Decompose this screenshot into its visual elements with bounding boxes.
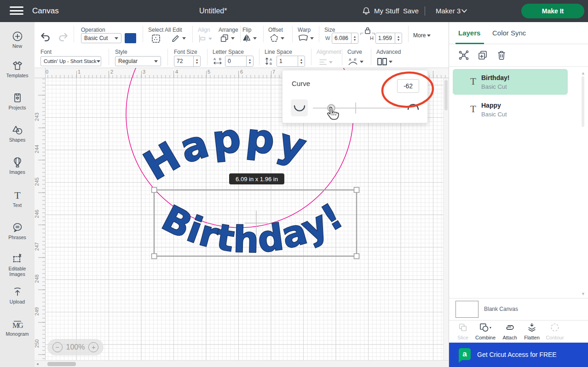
notifications-bell-icon[interactable] (361, 6, 371, 16)
width-input[interactable]: 6.086 ▴▾ (332, 33, 358, 44)
sidebar-item-shapes[interactable]: Shapes (0, 124, 35, 143)
shapes-icon (12, 124, 23, 136)
make-it-button[interactable]: Make It (521, 4, 584, 18)
layer-row-happy[interactable]: T Happy Basic Cut (453, 97, 568, 122)
toolbar-divider (259, 49, 259, 65)
cricut-access-banner[interactable]: a Get Cricut Access for FREE (449, 343, 588, 367)
trash-icon[interactable] (496, 50, 507, 61)
width-stepper[interactable]: ▴▾ (351, 33, 358, 43)
toolbar-divider (192, 26, 193, 42)
sidebar-item-editable-images[interactable]: Editable Images (0, 253, 35, 277)
advanced-button[interactable] (376, 57, 392, 66)
my-stuff-link[interactable]: My Stuff (374, 7, 399, 15)
warp-label: Warp (298, 27, 311, 33)
toolbar-divider (311, 49, 311, 65)
sidebar-item-upload[interactable]: Upload (0, 286, 35, 304)
panel-tabs: Layers Color Sync (449, 22, 588, 44)
chevron-down-icon[interactable] (461, 9, 467, 13)
sidebar-item-monogram[interactable]: MG Monogram (0, 318, 35, 337)
svg-text:B: B (270, 62, 272, 66)
line-space-stepper[interactable]: ▴▾ (298, 56, 305, 66)
selection-handle-top-right[interactable] (354, 188, 359, 193)
project-journal-icon (12, 92, 23, 104)
undo-button[interactable] (40, 31, 52, 43)
layer-row-birthday[interactable]: T Birthday! Basic Cut (453, 69, 568, 95)
panel-scroll-down-arrow[interactable]: ▼ (581, 292, 585, 296)
caret-down-icon (389, 61, 392, 63)
more-button[interactable]: More (413, 32, 431, 39)
toolbar-divider (143, 26, 143, 42)
font-select[interactable]: Cuttin' Up - Short Stack (40, 56, 101, 66)
duplicate-icon[interactable] (477, 50, 488, 61)
frown-curve-icon[interactable] (407, 102, 420, 111)
curve-value-input[interactable]: -62 (397, 79, 419, 93)
select-all-button[interactable] (150, 33, 161, 44)
edit-button[interactable] (171, 33, 186, 43)
scroll-left-arrow[interactable]: ◂ (36, 361, 39, 366)
sidebar-item-templates[interactable]: Templates (0, 60, 35, 78)
panel-scroll-thumb[interactable] (582, 76, 584, 127)
font-size-input[interactable]: 72 ▴▾ (174, 56, 201, 67)
svg-text:T: T (14, 189, 21, 201)
combine-button[interactable]: Combine (473, 322, 497, 340)
group-icon[interactable] (458, 50, 469, 61)
selection-handle-bottom-left[interactable] (152, 254, 157, 259)
height-input[interactable]: 1.959 ▴▾ (375, 33, 402, 44)
redo-button[interactable] (57, 31, 69, 43)
letter-space-stepper[interactable]: ▴▾ (246, 56, 253, 66)
flatten-button[interactable]: Flatten (520, 322, 544, 340)
sidebar-item-phrases[interactable]: Phrases (0, 222, 35, 240)
zoom-out-button[interactable]: − (52, 342, 63, 352)
curve-popup: Curve -62 (282, 70, 428, 123)
style-select[interactable]: Regular (115, 56, 161, 66)
font-label: Font (40, 49, 52, 55)
sidebar-item-projects[interactable]: Projects (0, 92, 35, 110)
curve-slider-center-tick (355, 103, 356, 114)
height-stepper[interactable]: ▴▾ (395, 33, 402, 43)
hamburger-menu-icon[interactable] (10, 6, 23, 16)
warp-button[interactable] (298, 33, 314, 43)
sidebar-item-text[interactable]: T Text (0, 189, 35, 208)
flip-button[interactable] (242, 33, 257, 43)
tab-color-sync[interactable]: Color Sync (492, 29, 526, 37)
line-space-label: Line Space (265, 49, 292, 55)
curve-slider-track[interactable] (313, 108, 400, 109)
paperclip-icon (505, 322, 515, 333)
panel-scroll-up-arrow[interactable]: ▲ (581, 71, 585, 75)
operation-color-swatch[interactable] (125, 33, 136, 43)
font-size-stepper[interactable]: ▴▾ (193, 56, 200, 66)
attach-button[interactable]: Attach (498, 322, 522, 340)
tab-layers[interactable]: Layers (458, 29, 480, 37)
sidebar-item-new[interactable]: New (0, 30, 35, 49)
curve-button[interactable]: AB (347, 57, 363, 66)
curve-slider-handle[interactable] (327, 104, 335, 112)
letter-space-label: Letter Space (213, 49, 244, 55)
selection-handle-bottom-right[interactable] (354, 254, 359, 259)
offset-button[interactable] (269, 33, 284, 43)
vertical-scroll-thumb[interactable] (444, 80, 448, 110)
vertical-scrollbar[interactable] (443, 78, 449, 360)
curve-label: Curve (347, 49, 362, 55)
save-link[interactable]: Save (403, 7, 419, 15)
document-title[interactable]: Untitled* (199, 7, 227, 15)
monogram-icon: MG (11, 318, 24, 330)
size-lock-icon[interactable] (360, 26, 375, 36)
design-canvas[interactable]: 0 1 2 3 4 5 6 7 243 244 245 246 247 248 … (35, 68, 449, 367)
svg-text:B: B (219, 57, 221, 61)
size-h-label: H (370, 35, 374, 41)
horizontal-scrollbar[interactable]: ◂ (35, 360, 449, 367)
letter-space-input[interactable]: 0 ▴▾ (225, 56, 254, 67)
arrange-button[interactable] (219, 33, 235, 43)
blank-canvas-swatch[interactable] (455, 301, 478, 318)
operation-select[interactable]: Basic Cut (81, 33, 121, 43)
horizontal-scroll-thumb[interactable] (47, 362, 76, 366)
line-space-input[interactable]: 1 ▴▾ (277, 56, 305, 67)
sidebar-item-images[interactable]: Images (0, 156, 35, 175)
zoom-in-button[interactable]: + (88, 342, 98, 352)
selection-handle-top-left[interactable] (152, 188, 157, 193)
canvas-text-birthday[interactable]: Birthday! (156, 195, 350, 260)
canvas-text-happy[interactable]: Happy (136, 114, 314, 189)
curve-down-preset-button[interactable] (291, 99, 308, 116)
machine-selector[interactable]: Maker 3 (436, 7, 461, 15)
operation-label: Operation (81, 27, 105, 33)
